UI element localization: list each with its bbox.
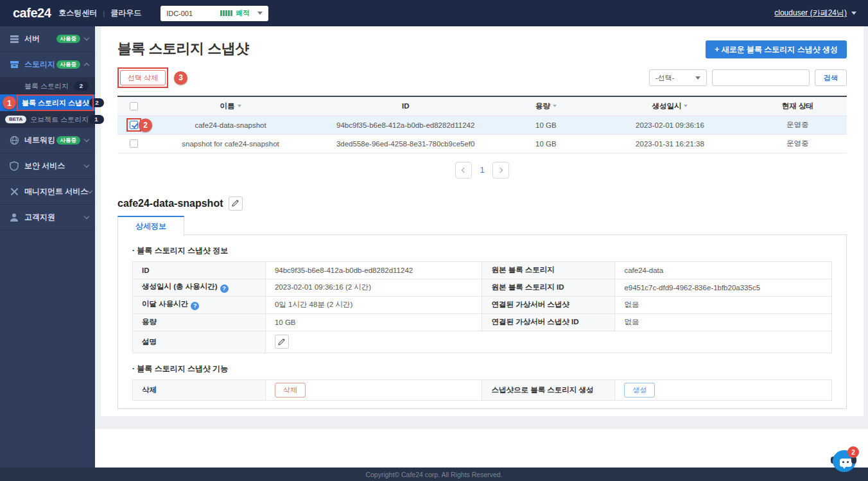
sidebar-item-label: 매니지먼트 서비스 (24, 186, 88, 197)
shield-icon (9, 161, 19, 171)
detail-header: cafe24-data-snapshot (117, 197, 847, 211)
table-row[interactable]: snapshot for cafe24-snapshot 3ded558e-96… (117, 134, 847, 153)
feature-action-cell: 생성 (615, 380, 832, 400)
snapshot-table: 이름 ID 용량 생성일시 현재 상태 2 cafe24-data-snapsh… (117, 96, 847, 153)
detail-panel: · 블록 스토리지 스냅샷 정보 ID 94bc9f35-b6e8-412a-b… (117, 234, 847, 409)
sidebar-item-management-service[interactable]: 매니지먼트 서비스 (0, 179, 95, 205)
annotation-step-1: 1 (3, 96, 16, 110)
info-value: 94bc9f35-b6e8-412a-b0db-ed8282d11242 (265, 261, 482, 279)
help-icon[interactable]: ? (220, 284, 229, 293)
search-input[interactable] (712, 69, 810, 86)
submenu-item-label: 오브젝트 스토리지 (30, 115, 89, 125)
feature-row: 삭제 삭제 스냅샷으로 블록 스토리지 생성 생성 (133, 380, 832, 400)
sidebar-item-networking[interactable]: 네트워킹 사용중 (0, 128, 95, 153)
in-use-badge: 사용중 (56, 35, 81, 43)
info-row: 용량 10 GB 연결된 가상서버 스냅샷 ID 없음 (133, 313, 832, 331)
info-value: 0일 1시간 48분 (2 시간) (265, 296, 482, 313)
info-label: 이달 사용시간? (133, 296, 266, 313)
sidebar-item-block-storage[interactable]: 블록 스토리지 2 (0, 78, 95, 94)
help-icon[interactable]: ? (191, 302, 199, 310)
pagination-prev-button[interactable] (455, 162, 472, 179)
info-label: 용량 (133, 313, 266, 331)
edit-description-button[interactable] (275, 335, 289, 349)
sidebar-item-label: 스토리지 (24, 59, 55, 70)
row-checkbox[interactable] (130, 139, 138, 148)
info-label: 연결된 가상서버 스냅샷 ID (482, 313, 615, 331)
column-header-status: 현재 상태 (749, 96, 847, 116)
sidebar-item-customer-support[interactable]: 고객지원 (0, 205, 95, 231)
filter-select[interactable]: -선택- (649, 69, 707, 86)
sidebar-item-object-storage[interactable]: BETA 오브젝트 스토리지 1 (0, 111, 95, 128)
select-all-checkbox[interactable] (130, 102, 138, 110)
footer-bar: Copyright© Cafe24 corp. All Rights Reser… (0, 468, 868, 481)
column-header-size[interactable]: 용량 (500, 96, 591, 116)
table-row[interactable]: 2 cafe24-data-snapshot 94bc9f35-b6e8-412… (117, 116, 847, 134)
pagination-next-button[interactable] (492, 162, 509, 179)
sidebar-navigation: 서버 사용중 스토리지 사용중 블록 스토리지 2 1 블록 스토리지 스냅샷 … (0, 26, 95, 468)
notification-badge: 2 (847, 446, 859, 458)
pagination-current-page[interactable]: 1 (480, 166, 485, 175)
edit-name-button[interactable] (229, 197, 243, 211)
sidebar-item-storage[interactable]: 스토리지 사용중 (0, 52, 95, 78)
main-content-card: 블록 스토리지 스냅샷 + 새로운 블록 스토리지 스냅샷 생성 선택 삭제 3… (101, 26, 864, 416)
chevron-down-icon (851, 12, 856, 15)
column-header-created[interactable]: 생성일시 (591, 96, 748, 116)
column-header-id: ID (311, 96, 500, 116)
count-badge: 2 (89, 98, 104, 107)
brand-divider: | (103, 10, 105, 17)
feature-label: 삭제 (133, 380, 266, 400)
delete-selected-button[interactable]: 선택 삭제 (120, 70, 166, 85)
info-row: 설명 (133, 331, 832, 353)
cafe24-logo[interactable]: cafe24 (13, 6, 51, 21)
delete-snapshot-button[interactable]: 삭제 (275, 383, 306, 398)
submenu-item-label: 블록 스토리지 스냅샷 (22, 98, 89, 108)
user-name-label: clouduser (카페24님) (774, 8, 847, 19)
info-value: e9451c7c-dfd9-4962-836e-1bfb20a335c5 (615, 279, 832, 296)
chevron-up-icon (84, 63, 89, 68)
info-row: 생성일시 (총 사용시간)? 2023-02-01 09:36:16 (2 시간… (133, 279, 832, 296)
sidebar-item-label: 보안 서비스 (24, 161, 65, 171)
idc-region-select[interactable]: IDC-001 쾌적 (161, 6, 268, 21)
chevron-down-icon (84, 35, 89, 40)
signal-bars-icon (220, 10, 232, 16)
cell-name: snapshot for cafe24-snapshot (150, 134, 311, 153)
submenu-item-label: 블록 스토리지 (24, 82, 69, 91)
in-use-badge: 사용중 (56, 60, 81, 69)
create-storage-from-snapshot-button[interactable]: 생성 (624, 383, 655, 398)
info-label: 설명 (133, 331, 266, 353)
cell-created: 2023-02-01 09:36:16 (591, 116, 748, 134)
chevron-down-icon (84, 137, 89, 142)
info-value: 10 GB (265, 313, 482, 331)
feature-action-cell: 삭제 (265, 380, 482, 400)
snapshot-features-heading: · 블록 스토리지 스냅샷 기능 (132, 363, 832, 374)
search-button[interactable]: 검색 (815, 69, 847, 86)
detail-title: cafe24-data-snapshot (117, 198, 223, 209)
annotation-step-2: 2 (139, 118, 152, 132)
user-account-menu[interactable]: clouduser (카페24님) (774, 8, 856, 19)
copyright-text: Copyright© Cafe24 corp. All Rights Reser… (365, 471, 502, 478)
feature-label: 스냅샷으로 블록 스토리지 생성 (482, 380, 615, 400)
info-label: 생성일시 (총 사용시간)? (133, 279, 266, 296)
sidebar-item-block-storage-snapshot[interactable]: 1 블록 스토리지 스냅샷 2 (0, 94, 95, 111)
sidebar-item-security-service[interactable]: 보안 서비스 (0, 153, 95, 179)
filter-select-value: -선택- (655, 73, 674, 83)
info-label: 연결된 가상서버 스냅샷 (482, 296, 615, 313)
chevron-down-icon (257, 12, 263, 15)
info-label: 원본 블록 스토리지 (482, 261, 615, 279)
chat-support-button[interactable]: 2 (831, 446, 859, 473)
column-header-name[interactable]: 이름 (150, 96, 311, 116)
storage-icon (9, 60, 19, 70)
row-checkbox[interactable] (130, 121, 138, 129)
chevron-left-icon (461, 167, 466, 172)
cell-size: 10 GB (500, 134, 591, 153)
globe-icon (9, 136, 19, 146)
tab-details[interactable]: 상세정보 (117, 216, 184, 236)
cloud-label: 클라우드 (110, 8, 141, 19)
info-value: 2023-02-01 09:36:16 (2 시간) (265, 279, 482, 296)
snapshot-info-table: ID 94bc9f35-b6e8-412a-b0db-ed8282d11242 … (132, 261, 832, 353)
cell-status: 운영중 (749, 134, 847, 153)
sidebar-item-server[interactable]: 서버 사용중 (0, 26, 95, 52)
create-snapshot-button[interactable]: + 새로운 블록 스토리지 스냅샷 생성 (706, 40, 847, 58)
snapshot-info-heading: · 블록 스토리지 스냅샷 정보 (132, 245, 832, 256)
sort-caret-icon (553, 105, 557, 107)
